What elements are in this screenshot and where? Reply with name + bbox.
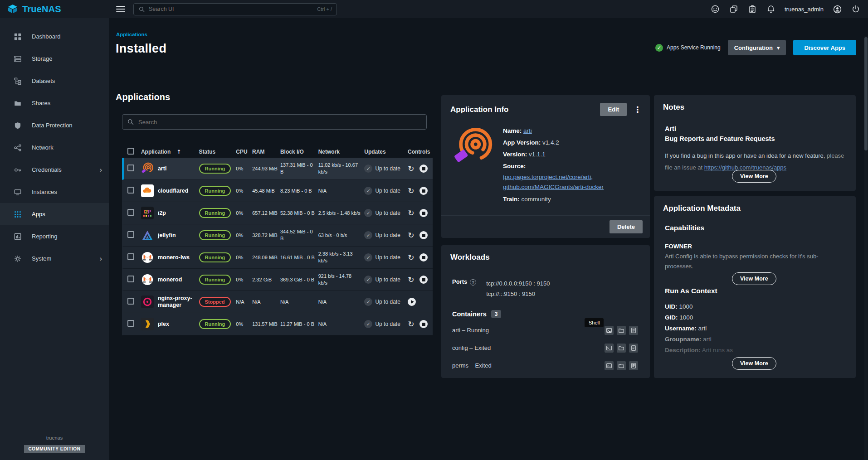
sidebar-item-datasets[interactable]: Datasets [0, 70, 109, 92]
cpu-value: 0% [236, 276, 252, 283]
shell-icon[interactable] [605, 361, 614, 370]
sidebar-item-apps[interactable]: Apps [0, 203, 109, 225]
volumes-folder-icon[interactable] [617, 361, 626, 370]
table-row-i2p[interactable]: I2P i2p Running 0% 657.12 MiB 52.38 MiB … [122, 202, 433, 224]
column-status[interactable]: Status [199, 149, 236, 155]
block-io-value: 11.27 MiB - 0 B [280, 321, 318, 328]
caret-down-icon: ▾ [777, 44, 780, 51]
table-header-row: Application ↑ Status CPU RAM Block I/O N… [122, 146, 433, 158]
column-block-io[interactable]: Block I/O [280, 149, 318, 155]
notes-view-more-button[interactable]: View More [732, 170, 776, 183]
user-menu-icon[interactable] [832, 4, 842, 14]
restart-button[interactable]: ↻ [408, 320, 414, 328]
sidebar-item-label: Data Protection [32, 122, 73, 129]
row-checkbox[interactable] [127, 320, 134, 327]
network-value: 63 b/s - 0 b/s [318, 232, 365, 239]
truecommand-icon[interactable] [729, 4, 739, 14]
applications-search-input[interactable] [138, 119, 422, 126]
restart-button[interactable]: ↻ [408, 187, 414, 195]
global-search[interactable]: Ctrl + / [133, 3, 337, 15]
stop-button[interactable] [419, 320, 428, 328]
metadata-view-more-button[interactable]: View More [732, 357, 776, 370]
containers-header: Containers 3 [452, 310, 641, 318]
stop-button[interactable] [419, 209, 428, 217]
breadcrumb[interactable]: Applications [116, 32, 147, 37]
row-checkbox[interactable] [127, 298, 134, 305]
applications-search[interactable] [122, 114, 427, 130]
column-application[interactable]: Application ↑ [141, 149, 199, 155]
sidebar-item-instances[interactable]: Instances [0, 181, 109, 203]
table-row-jellyfin[interactable]: jellyfin Running 0% 328.72 MiB 344.52 Mi… [122, 224, 433, 247]
gear-icon [14, 255, 22, 263]
sidebar-item-dashboard[interactable]: Dashboard [0, 25, 109, 48]
block-io-value: 8.23 MiB - 0 B [280, 188, 318, 194]
sidebar-item-network[interactable]: Network [0, 136, 109, 159]
stop-button[interactable] [419, 231, 428, 239]
table-row-cloudflared[interactable]: cloudflared Running 0% 45.48 MiB 8.23 Mi… [122, 180, 433, 202]
volumes-folder-icon[interactable] [617, 344, 626, 353]
table-row-monero-lws[interactable]: monero-lws Running 0% 248.09 MiB 16.61 M… [122, 247, 433, 269]
shell-icon[interactable] [605, 344, 614, 353]
header-checkbox[interactable] [127, 148, 134, 155]
row-checkbox[interactable] [127, 165, 134, 171]
kebab-menu-icon[interactable]: ⋮ [634, 106, 642, 114]
global-search-input[interactable] [149, 6, 313, 12]
delete-button[interactable]: Delete [610, 220, 643, 233]
shell-icon[interactable] [605, 326, 614, 335]
restart-button[interactable]: ↻ [408, 165, 414, 173]
shield-icon [14, 121, 22, 130]
source-link-1[interactable]: tpo.pages.torproject.net/core/arti [503, 174, 591, 180]
table-row-monerod[interactable]: monerod Running 0% 2.32 GiB 369.3 GiB - … [122, 269, 433, 291]
volumes-folder-icon[interactable] [617, 326, 626, 335]
help-icon[interactable]: ? [470, 279, 476, 286]
row-checkbox[interactable] [127, 187, 134, 194]
block-io-value: N/A [280, 299, 318, 305]
column-updates[interactable]: Updates [364, 149, 404, 155]
capabilities-view-more-button[interactable]: View More [732, 272, 776, 285]
column-cpu[interactable]: CPU [236, 149, 252, 155]
app-name-link[interactable]: arti [523, 127, 532, 134]
page-scrollbar[interactable] [864, 36, 868, 460]
hamburger-menu-icon[interactable] [116, 6, 125, 12]
scrollbar-thumb[interactable] [864, 37, 868, 150]
start-button[interactable] [408, 298, 416, 306]
table-row-arti[interactable]: arti Running 0% 244.93 MiB 137.31 MiB - … [122, 158, 433, 180]
stop-button[interactable] [419, 165, 428, 173]
edit-button[interactable]: Edit [600, 103, 627, 116]
column-ram[interactable]: RAM [252, 149, 280, 155]
restart-button[interactable]: ↻ [408, 254, 414, 261]
row-checkbox[interactable] [127, 231, 134, 238]
sidebar-item-storage[interactable]: Storage [0, 48, 109, 70]
row-checkbox[interactable] [127, 253, 134, 260]
app-name-field: Name: arti [503, 125, 639, 137]
restart-button[interactable]: ↻ [408, 232, 414, 239]
discover-apps-button[interactable]: Discover Apps [793, 40, 856, 55]
stop-button[interactable] [419, 276, 428, 284]
logs-icon[interactable] [629, 361, 638, 370]
sidebar-item-credentials[interactable]: Credentials › [0, 159, 109, 181]
sidebar-item-data-protection[interactable]: Data Protection [0, 114, 109, 136]
jobs-icon[interactable] [747, 4, 757, 14]
table-row-plex[interactable]: plex Running 0% 131.57 MiB 11.27 MiB - 0… [122, 313, 433, 335]
stop-button[interactable] [419, 253, 428, 261]
logs-icon[interactable] [629, 344, 638, 353]
sidebar-item-reporting[interactable]: Reporting [0, 225, 109, 247]
row-checkbox[interactable] [127, 209, 134, 216]
instances-icon [14, 188, 22, 196]
feedback-icon[interactable] [710, 4, 720, 14]
stop-button[interactable] [419, 187, 428, 195]
truenas-logo[interactable]: TrueNAS [0, 4, 109, 15]
column-network[interactable]: Network [318, 149, 365, 155]
logs-icon[interactable] [629, 326, 638, 335]
power-icon[interactable] [851, 4, 861, 14]
source-link-2[interactable]: github.com/MAGICGrants/arti-docker [503, 184, 604, 190]
row-checkbox[interactable] [127, 276, 134, 282]
table-row-nginx-proxy-manager[interactable]: nginx-proxy-manager Stopped N/A N/A N/A … [122, 291, 433, 313]
sidebar-item-shares[interactable]: Shares [0, 92, 109, 114]
restart-button[interactable]: ↻ [408, 276, 414, 284]
restart-button[interactable]: ↻ [408, 209, 414, 217]
configuration-button[interactable]: Configuration ▾ [728, 40, 786, 55]
plex-app-icon [141, 318, 154, 330]
sidebar-item-system[interactable]: System › [0, 247, 109, 270]
alerts-bell-icon[interactable] [766, 4, 776, 14]
